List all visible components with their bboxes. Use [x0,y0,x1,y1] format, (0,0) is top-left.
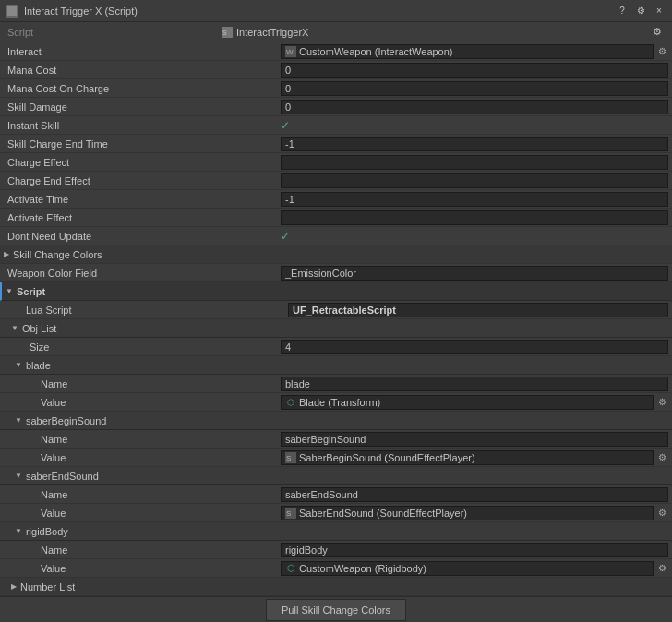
saber-end-sound-value-text: SaberEndSound (SoundEffectPlayer) [299,508,467,519]
weapon-color-field-row: Weapon Color Field [0,264,672,282]
saber-end-sound-value-row: Value S SaberEndSound (SoundEffectPlayer… [0,504,672,522]
charge-effect-field[interactable] [281,155,668,170]
script-ref-icon: S [222,27,233,38]
saber-end-sound-foldout[interactable]: ▼ saberEndSound [0,467,672,485]
size-input[interactable] [281,340,668,354]
rigid-body-icon: ⬡ [285,563,296,574]
activate-effect-value [281,210,668,225]
saber-begin-sound-foldout[interactable]: ▼ saberBeginSound [0,412,672,430]
interact-gear-icon[interactable]: ⚙ [655,45,668,58]
interact-value: W CustomWeapon (InteractWeapon) ⚙ [281,44,668,59]
blade-foldout[interactable]: ▼ blade [0,356,672,375]
saber-begin-sound-label: saberBeginSound [26,415,106,426]
interact-field-text: CustomWeapon (InteractWeapon) [299,46,453,57]
saber-end-sound-value-container: S SaberEndSound (SoundEffectPlayer) ⚙ [281,506,668,520]
saber-end-sound-value-label: Value [4,508,281,519]
charge-end-effect-value [281,173,668,188]
title-bar: Interact Trigger X (Script) ? ⚙ × [0,0,672,22]
activate-time-row: Activate Time [0,190,672,209]
blade-name-value [281,377,668,391]
weapon-color-field-input[interactable] [281,266,668,281]
saber-end-sound-name-row: Name [0,485,672,504]
saber-end-sound-value-field[interactable]: S SaberEndSound (SoundEffectPlayer) [281,506,654,520]
dont-need-update-value: ✓ [281,230,668,243]
saber-begin-sound-value-row: Value S SaberBeginSound (SoundEffectPlay… [0,449,672,467]
activate-effect-field[interactable] [281,210,668,225]
close-button[interactable]: × [652,4,666,18]
properties-scroll-area[interactable]: Interact W CustomWeapon (InteractWeapon)… [0,42,672,596]
saber-begin-sound-value-label: Value [4,452,281,463]
title-bar-actions: ? ⚙ × [615,4,666,18]
blade-gear-icon[interactable]: ⚙ [655,396,668,409]
skill-damage-value [281,100,668,114]
inspector-panel: Script S InteractTriggerX ⚙ Interact W C… [0,22,672,622]
blade-value-field[interactable]: ⬡ Blade (Transform) [281,395,654,410]
instant-skill-check[interactable]: ✓ [281,119,290,132]
saber-begin-sound-gear-icon[interactable]: ⚙ [655,451,668,464]
mana-cost-on-charge-input[interactable] [281,81,668,96]
dont-need-update-check[interactable]: ✓ [281,230,290,243]
skill-change-colors-label: Skill Change Colors [13,249,102,260]
help-button[interactable]: ? [615,4,630,18]
activate-time-label: Activate Time [4,194,281,205]
rigid-body-value-row: Value ⬡ CustomWeapon (Rigidbody) ⚙ [0,559,672,578]
header-gear-button[interactable]: ⚙ [650,25,665,40]
blade-name-label: Name [4,378,281,389]
blade-name-row: Name [0,375,672,393]
charge-end-effect-field[interactable] [281,173,668,188]
saber-begin-sound-value-field[interactable]: S SaberBeginSound (SoundEffectPlayer) [281,450,654,465]
rigid-body-name-row: Name [0,541,672,559]
activate-effect-label: Activate Effect [4,212,281,223]
rigid-body-value-field[interactable]: ⬡ CustomWeapon (Rigidbody) [281,561,654,576]
saber-end-sound-gear-icon[interactable]: ⚙ [655,507,668,520]
interact-label: Interact [4,46,281,57]
activate-effect-row: Activate Effect [0,209,672,227]
rigid-body-name-input[interactable] [281,543,668,557]
instant-skill-value: ✓ [281,119,668,132]
settings-button[interactable]: ⚙ [633,4,648,18]
interact-weapon-icon: W [285,46,296,57]
saber-end-sound-name-input[interactable] [281,487,668,502]
blade-value-field-container: ⬡ Blade (Transform) ⚙ [281,395,668,410]
pull-skill-change-colors-button[interactable]: Pull Skill Change Colors [266,599,406,621]
skill-damage-label: Skill Damage [4,102,281,113]
number-list-foldout[interactable]: ▶ Number List [0,578,672,596]
window-icon [6,5,18,18]
skill-charge-end-time-input[interactable] [281,137,668,151]
saber-begin-sound-value-container: S SaberBeginSound (SoundEffectPlayer) ⚙ [281,450,668,465]
script-section-header[interactable]: ▼ Script [0,282,672,301]
blade-name-input[interactable] [281,377,668,391]
saber-begin-sound-name-input[interactable] [281,432,668,447]
saber-end-sound-arrow: ▼ [15,472,22,480]
rigid-body-value-container: ⬡ CustomWeapon (Rigidbody) ⚙ [281,561,668,576]
dont-need-update-row: Dont Need Update ✓ [0,227,672,245]
interact-field[interactable]: W CustomWeapon (InteractWeapon) [281,44,654,59]
size-label: Size [4,341,281,353]
script-ref-name: InteractTriggerX [236,27,308,38]
blade-value-icon: ⬡ [285,397,296,408]
number-list-label: Number List [20,581,75,592]
size-row: Size [0,338,672,356]
mana-cost-input[interactable] [281,63,668,78]
script-section-arrow: ▼ [6,287,13,295]
blade-value-row: Value ⬡ Blade (Transform) ⚙ [0,393,672,412]
obj-list-foldout[interactable]: ▼ Obj List [0,319,672,338]
activate-time-input[interactable] [281,192,668,207]
charge-effect-value [281,155,668,170]
rigid-body-name-value [281,543,668,557]
charge-end-effect-label: Charge End Effect [4,175,281,186]
skill-change-colors-foldout[interactable]: ▶ Skill Change Colors [0,245,672,264]
skill-damage-input[interactable] [281,100,668,114]
lua-script-row: Lua Script UF_RetractableScript [0,301,672,319]
mana-cost-label: Mana Cost [4,65,281,76]
rigid-body-gear-icon[interactable]: ⚙ [655,562,668,575]
lua-script-text: UF_RetractableScript [293,305,396,316]
rigid-body-value-text: CustomWeapon (Rigidbody) [299,563,426,574]
skill-damage-row: Skill Damage [0,98,672,116]
skill-charge-end-time-row: Skill Charge End Time [0,135,672,153]
svg-rect-1 [7,6,17,16]
blade-value-text: Blade (Transform) [299,397,380,408]
interact-row: Interact W CustomWeapon (InteractWeapon)… [0,42,672,61]
rigid-body-foldout[interactable]: ▼ rigidBody [0,522,672,541]
lua-script-field[interactable]: UF_RetractableScript [288,303,668,317]
